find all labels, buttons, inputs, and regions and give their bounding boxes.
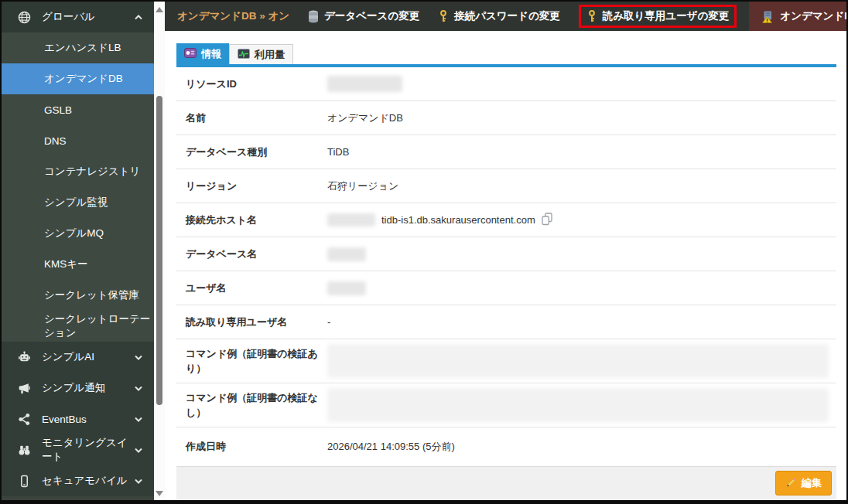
scrollbar-up-arrow[interactable] [156, 7, 163, 12]
content-panel: 情報 利用量 リソースID 名前 オンデマンドDB [165, 31, 846, 500]
chevron-down-icon [134, 447, 143, 454]
detail-table: リソースID 名前 オンデマンドDB データベース種別 TiDB リージョン 石… [176, 67, 836, 466]
redacted-value [327, 281, 366, 295]
megaphone-icon [17, 381, 31, 395]
host-name-value: tidb-is1.db.sakurausercontent.com [381, 214, 535, 226]
sidebar: グローバル エンハンスドLB オンデマンドDB GSLB DNS コンテナレジス… [2, 2, 154, 500]
key-icon [586, 10, 597, 22]
sidebar-group-simple-ai[interactable]: シンプルAI [2, 342, 154, 373]
toolbar: オンデマンドDB » オン データベースの変更 接続パスワードの変更 読み取り専… [165, 2, 846, 31]
tab-bar: 情報 利用量 [176, 43, 836, 64]
change-readonly-user-button[interactable]: 読み取り専用ユーザの変更 [579, 5, 737, 28]
detail-row-host-name: 接続先ホスト名 tidb-is1.db.sakurausercontent.co… [176, 203, 836, 237]
globe-icon [17, 10, 31, 24]
sidebar-item-kms-key[interactable]: KMSキー [2, 249, 154, 280]
chevron-down-icon [134, 416, 143, 423]
sidebar-group-monitoring-suite[interactable]: モニタリングスイート [2, 434, 154, 465]
redacted-command [327, 388, 829, 422]
change-database-button[interactable]: データベースの変更 [308, 9, 419, 23]
copy-icon[interactable] [542, 213, 552, 228]
detail-row-command-without-cert: コマンド例（証明書の検証なし） [176, 383, 836, 427]
database-icon [308, 10, 319, 23]
binoculars-icon [17, 443, 31, 457]
detail-row-database-type: データベース種別 TiDB [176, 135, 836, 169]
chevron-down-icon [134, 354, 143, 361]
sidebar-group-eventbus[interactable]: EventBus [2, 404, 154, 434]
sidebar-group-label: EventBus [42, 414, 87, 425]
detail-row-name: 名前 オンデマンドDB [176, 101, 836, 135]
sidebar-group-label: シンプル通知 [42, 381, 105, 395]
sidebar-group-label: グローバル [42, 10, 95, 24]
sidebar-item-enhanced-lb[interactable]: エンハンスドLB [2, 32, 154, 63]
detail-row-command-with-cert: コマンド例（証明書の検証あり） [176, 339, 836, 383]
delete-ondemand-db-button[interactable]: オンデマンドDBを削除 [749, 2, 848, 31]
usage-chart-icon [238, 49, 250, 61]
detail-row-database-name: データベース名 [176, 237, 836, 271]
key-icon [438, 10, 449, 22]
sidebar-group-label: シンプルAI [42, 350, 94, 364]
sidebar-item-dns[interactable]: DNS [2, 125, 154, 156]
sidebar-group-simple-notification[interactable]: シンプル通知 [2, 373, 154, 404]
detail-row-resource-id: リソースID [176, 67, 836, 101]
chevron-down-icon [134, 385, 143, 392]
sidebar-group-label: セキュアモバイル [42, 474, 128, 488]
detail-row-region: リージョン 石狩リージョン [176, 169, 836, 203]
info-card-icon [184, 48, 197, 60]
sidebar-group-label: モニタリングスイート [42, 436, 134, 464]
sidebar-item-gslb[interactable]: GSLB [2, 94, 154, 125]
redacted-value [327, 76, 402, 92]
app-window: グローバル エンハンスドLB オンデマンドDB GSLB DNS コンテナレジス… [0, 0, 848, 504]
sidebar-group-secure-mobile[interactable]: セキュアモバイル [2, 465, 154, 496]
sidebar-group-global[interactable]: グローバル [2, 2, 154, 32]
sidebar-scrollbar[interactable] [154, 2, 165, 500]
server-warning-icon [762, 10, 774, 23]
pencil-icon [785, 476, 797, 490]
robot-icon [17, 350, 31, 364]
redacted-value [327, 247, 366, 261]
redacted-command [327, 344, 829, 378]
sidebar-item-secret-rotation[interactable]: シークレットローテーション [2, 311, 154, 342]
sidebar-item-ondemand-db[interactable]: オンデマンドDB [2, 63, 154, 94]
detail-row-created-at: 作成日時 2026/04/21 14:09:55 (5分前) [176, 427, 836, 466]
footer-bar: 編集 [176, 466, 836, 499]
tab-info[interactable]: 情報 [176, 43, 229, 64]
chevron-up-icon [134, 14, 143, 21]
breadcrumb: オンデマンドDB » オン [177, 9, 289, 23]
redacted-value [327, 213, 375, 226]
mobile-icon [17, 474, 31, 488]
sidebar-item-secret-vault[interactable]: シークレット保管庫 [2, 280, 154, 311]
share-icon [17, 412, 31, 426]
edit-button[interactable]: 編集 [775, 471, 832, 495]
sidebar-item-simple-mq[interactable]: シンプルMQ [2, 218, 154, 249]
tab-usage[interactable]: 利用量 [229, 44, 293, 64]
change-password-button[interactable]: 接続パスワードの変更 [438, 9, 560, 23]
scrollbar-down-arrow[interactable] [156, 491, 163, 496]
chevron-down-icon [134, 478, 143, 485]
detail-row-readonly-user-name: 読み取り専用ユーザ名 - [176, 305, 836, 339]
sidebar-item-simple-monitoring[interactable]: シンプル監視 [2, 187, 154, 218]
main-area: オンデマンドDB » オン データベースの変更 接続パスワードの変更 読み取り専… [165, 2, 846, 500]
sidebar-item-container-registry[interactable]: コンテナレジストリ [2, 156, 154, 187]
scrollbar-thumb[interactable] [156, 96, 162, 405]
detail-row-user-name: ユーザ名 [176, 271, 836, 305]
sidebar-submenu-global: エンハンスドLB オンデマンドDB GSLB DNS コンテナレジストリ シンプ… [2, 32, 154, 342]
